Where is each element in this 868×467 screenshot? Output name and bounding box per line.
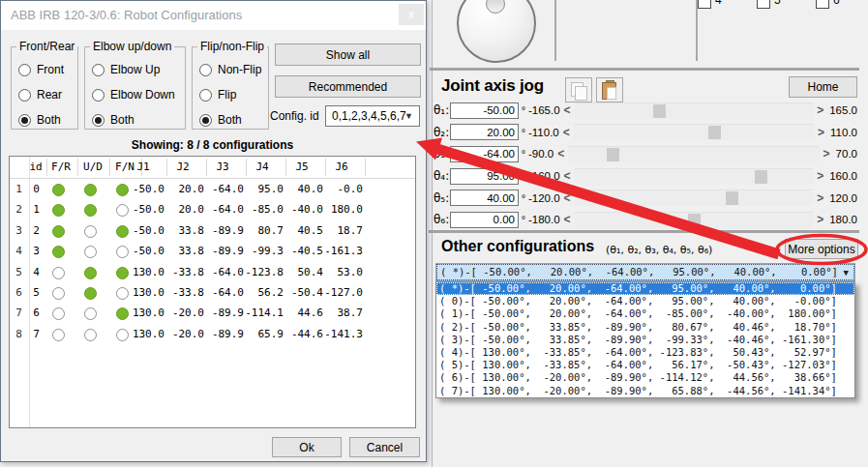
configuration-list-item[interactable]: ( 4)-[ 130.00°, -33.85°, -64.00°, -123.8… [436, 346, 854, 359]
joint-slider-track[interactable] [575, 168, 814, 185]
radio-option[interactable]: Flip [193, 82, 268, 107]
jog-decrement-icon[interactable]: < [564, 213, 571, 226]
radio-icon[interactable] [92, 89, 105, 102]
configuration-list-item[interactable]: ( 1)-[ -50.00°, 20.00°, -64.00°, -85.00°… [436, 307, 854, 320]
jog-increment-icon[interactable]: > [817, 169, 823, 183]
configuration-list-item[interactable]: ( 2)-[ -50.00°, 33.85°, -89.90°, 80.67°,… [436, 321, 854, 334]
jog-decrement-icon[interactable]: < [557, 147, 564, 161]
ok-button[interactable]: Ok [272, 437, 342, 457]
home-button[interactable]: Home [789, 76, 857, 98]
radio-option[interactable]: Both [12, 107, 77, 132]
filter-groups: Front/RearFrontRearBothElbow up/downElbo… [11, 46, 269, 130]
slider-thumb[interactable] [607, 148, 619, 161]
checkbox-icon[interactable] [816, 0, 829, 9]
table-row[interactable]: 76130.0-20.0-89.9-114.144.638.7 [10, 304, 415, 324]
slider-thumb[interactable] [653, 104, 666, 118]
configuration-list-item[interactable]: ( *)-[ -50.00°, 20.00°, -64.00°, 95.00°,… [436, 282, 854, 295]
cancel-button[interactable]: Cancel [349, 437, 420, 457]
configuration-list-item[interactable]: ( 3)-[ -50.00°, 33.85°, -89.90°, -99.33°… [436, 334, 854, 346]
radio-option[interactable]: Rear [12, 82, 77, 107]
table-row[interactable]: 10-50.020.0-64.095.040.0-0.0 [10, 180, 415, 200]
radio-icon[interactable] [18, 89, 31, 102]
jog-increment-icon[interactable]: > [817, 103, 823, 117]
degree-symbol: ° [519, 192, 528, 204]
configurations-table: idF/RU/DF/NJ1J2J3J4J5J6 10-50.020.0-64.0… [9, 156, 416, 428]
jog-increment-icon[interactable]: > [817, 191, 823, 205]
joint-slider-track[interactable] [575, 212, 814, 228]
axis-checkbox[interactable]: 5 [757, 0, 801, 11]
joint-label: θ₂: [434, 126, 450, 139]
table-row[interactable]: 43-50.033.8-89.9-99.3-40.5-161.3 [10, 242, 415, 262]
radio-option[interactable]: Elbow Up [85, 57, 185, 82]
axis-checkbox[interactable]: 4 [698, 0, 742, 11]
radio-icon[interactable] [199, 89, 212, 102]
more-options-button[interactable]: More options [785, 239, 858, 259]
slider-thumb[interactable] [688, 214, 701, 227]
led-off-icon [52, 307, 65, 320]
configuration-list-item[interactable]: ( 5)-[ 130.00°, -33.85°, -64.00°, 56.17°… [436, 359, 854, 371]
filter-group-title: Flip/non-Flip [197, 40, 267, 53]
checkbox-icon[interactable] [757, 0, 770, 9]
joint-slider-track[interactable] [575, 102, 814, 119]
configuration-combobox[interactable]: ( *)-[ -50.00°, 20.00°, -64.00°, 95.00°,… [435, 263, 855, 281]
close-icon[interactable]: x [399, 4, 424, 25]
checkbox-icon[interactable] [698, 0, 711, 9]
slider-thumb[interactable] [726, 191, 738, 205]
show-all-button[interactable]: Show all [275, 44, 421, 66]
radio-icon[interactable] [199, 114, 212, 127]
jog-increment-icon[interactable]: > [823, 147, 830, 161]
joint-value-input[interactable] [450, 146, 519, 162]
joint-value-input[interactable] [450, 190, 519, 206]
joint-value-cell: -141.3 [316, 328, 363, 340]
jog-decrement-icon[interactable]: < [564, 103, 571, 117]
configuration-list-item[interactable]: ( 6)-[ 130.00°, -20.00°, -89.90°, -114.1… [436, 371, 854, 384]
row-number: 7 [10, 306, 28, 319]
radio-icon[interactable] [18, 114, 31, 127]
joint-slider-track[interactable] [568, 146, 819, 162]
chevron-down-icon[interactable]: ▼ [844, 268, 849, 277]
filter-group: Front/RearFrontRearBoth [11, 46, 78, 130]
radio-option[interactable]: Non-Flip [193, 57, 268, 82]
other-section-divider [429, 230, 859, 233]
jog-increment-icon[interactable]: > [817, 213, 823, 226]
config-id-combobox[interactable]: 0,1,2,3,4,5,6,7 ▼ [325, 105, 420, 127]
joint-value-input[interactable] [450, 168, 519, 185]
radio-icon[interactable] [92, 114, 105, 127]
jog-decrement-icon[interactable]: < [564, 169, 571, 183]
radio-option[interactable]: Both [193, 107, 268, 132]
joint-slider-track[interactable] [575, 190, 814, 206]
column-header: J3 [203, 161, 242, 173]
joint-value-input[interactable] [450, 124, 519, 140]
slider-thumb[interactable] [708, 126, 721, 139]
recommended-button[interactable]: Recommended [275, 75, 421, 98]
led-off-icon [52, 287, 65, 300]
table-row[interactable]: 54130.0-33.8-64.0-123.850.453.0 [10, 263, 415, 283]
radio-label: Both [37, 113, 61, 127]
joint-value-input[interactable] [450, 212, 519, 228]
radio-option[interactable]: Both [85, 107, 185, 132]
radio-icon[interactable] [18, 64, 31, 76]
slider-thumb[interactable] [755, 170, 767, 184]
radio-icon[interactable] [92, 64, 105, 76]
axis-checkbox[interactable]: 6 [816, 0, 860, 11]
joint-value-input[interactable] [450, 102, 519, 119]
radio-icon[interactable] [199, 64, 212, 76]
jog-decrement-icon[interactable]: < [564, 191, 571, 205]
radio-label: Both [218, 113, 242, 127]
table-row[interactable]: 32-50.033.8-89.980.740.518.7 [10, 221, 415, 242]
configuration-list-item[interactable]: ( 0)-[ -50.00°, 20.00°, -64.00°, 95.00°,… [436, 295, 854, 307]
jog-increment-icon[interactable]: > [818, 126, 824, 139]
table-row[interactable]: 87130.0-20.0-89.965.9-44.6-141.3 [10, 325, 415, 345]
joint-slider-track[interactable] [574, 124, 814, 140]
checkbox-label: 5 [774, 0, 781, 7]
table-row[interactable]: 21-50.020.0-64.0-85.0-40.0180.0 [10, 200, 415, 220]
table-row[interactable]: 65130.0-33.8-64.056.2-50.4-127.0 [10, 283, 415, 304]
configuration-list-item[interactable]: ( 7)-[ 130.00°, -20.00°, -89.90°, 65.88°… [436, 385, 854, 397]
radio-option[interactable]: Front [12, 57, 77, 82]
joint-label: θ₁: [434, 103, 450, 117]
row-number: 2 [10, 203, 28, 216]
radio-option[interactable]: Elbow Down [85, 82, 185, 107]
jog-decrement-icon[interactable]: < [563, 126, 570, 139]
joint-max-label: 110.0 [830, 127, 857, 138]
led-off-icon [84, 225, 97, 238]
